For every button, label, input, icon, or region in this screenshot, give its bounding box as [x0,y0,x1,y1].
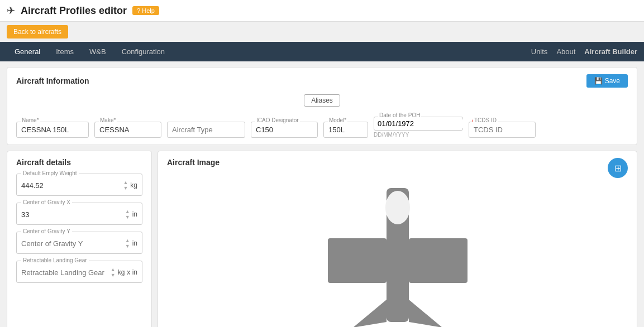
name-label: Name* [21,117,40,123]
aircraft-image-area: Aircraft Image ⊞ [167,158,628,327]
nav-right: Units About Aircraft Builder [531,47,637,56]
icao-field-group: ICAO Designator [251,122,318,138]
cgx-unit: in [132,210,137,218]
aircraft-information-card: Aircraft Information 💾 Save Aliases Name… [7,67,637,145]
save-button[interactable]: 💾 Save [586,74,628,88]
nav-aircraft-builder[interactable]: Aircraft Builder [584,47,637,56]
save-icon: 💾 [594,77,603,85]
center-gravity-y-group: Center of Gravity Y ▲▼ in [16,232,142,254]
date-poh-label: Date of the POH [378,112,421,118]
date-poh-field-group: Date of the POH 📅 DD/MM/YYYY [374,117,463,138]
model-input[interactable] [323,122,368,138]
svg-marker-4 [353,300,387,327]
nav-item-general[interactable]: General [7,42,48,61]
make-field-group: Make* [94,122,161,138]
tcds-field-group: TCDS ID [469,122,536,138]
aircraft-details-card: Aircraft details Default Empty Weight ▲▼… [7,151,152,327]
aircraft-svg-container [167,171,628,327]
center-gravity-y-label: Center of Gravity Y [21,228,72,234]
aircraft-image-title: Aircraft Image [167,158,628,167]
aircraft-type-input[interactable] [167,122,245,138]
center-gravity-x-input-area: ▲▼ in [21,209,137,220]
two-col-layout: Aircraft details Default Empty Weight ▲▼… [7,151,637,327]
svg-rect-3 [409,238,468,283]
center-gravity-y-input[interactable] [21,239,123,248]
plane-icon: ✈ [7,4,15,17]
aircraft-information-title: Aircraft Information [16,76,89,85]
tcds-input[interactable] [469,122,536,138]
name-field-group: Name* [16,122,89,138]
nav-item-wb[interactable]: W&B [82,42,114,61]
model-field-group: Model* [323,122,368,138]
center-gravity-x-label: Center of Gravity X [21,199,72,205]
nav-item-items[interactable]: Items [48,42,82,61]
model-label: Model* [328,117,347,123]
name-input[interactable] [16,122,89,138]
svg-marker-5 [409,300,442,327]
make-label: Make* [99,117,117,123]
back-to-aircrafts-button[interactable]: Back to aircrafts [7,25,68,39]
svg-rect-2 [328,238,387,283]
top-bar: ✈ Aircraft Profiles editor ? Help [0,0,644,22]
aircraft-svg [308,177,487,327]
make-input[interactable] [94,122,161,138]
icao-label: ICAO Designator [255,117,300,123]
default-empty-weight-group: Default Empty Weight ▲▼ kg [16,174,142,196]
nav-item-configuration[interactable]: Configuration [114,42,173,61]
retractable-landing-gear-label: Retractable Landing Gear [21,257,89,263]
cgy-spinner[interactable]: ▲▼ [125,238,130,249]
cgy-unit: in [132,239,137,247]
rlg-spinner[interactable]: ▲▼ [111,267,116,278]
weight-unit: kg [130,181,137,189]
aircraft-fields-row: Name* Make* ICAO Designator Model* Date … [16,111,628,138]
aircraft-image-card: Aircraft Image ⊞ [158,151,637,327]
svg-point-1 [385,191,410,224]
center-gravity-x-group: Center of Gravity X ▲▼ in [16,203,142,225]
grid-icon: ⊞ [614,163,622,174]
nav-left: General Items W&B Configuration [7,42,173,61]
default-empty-weight-input-area: ▲▼ kg [21,180,137,191]
weight-spinner[interactable]: ▲▼ [123,180,128,191]
aircraft-details-title: Aircraft details [16,158,142,167]
main-content: Aircraft Information 💾 Save Aliases Name… [0,61,644,327]
nav-bar: General Items W&B Configuration Units Ab… [0,42,644,61]
default-empty-weight-label: Default Empty Weight [21,170,79,176]
icao-input[interactable] [251,122,318,138]
help-button[interactable]: ? Help [132,6,159,15]
rlg-unit1: kg [118,268,125,276]
center-gravity-x-input[interactable] [21,210,123,219]
rlg-unit2: x in [127,268,137,276]
center-gravity-y-input-area: ▲▼ in [21,238,137,249]
nav-about[interactable]: About [556,47,575,56]
date-placeholder: DD/MM/YYYY [374,132,463,138]
retractable-landing-gear-input-area: ▲▼ kg x in [21,267,137,278]
back-button-area: Back to aircrafts [0,22,644,42]
aliases-button[interactable]: Aliases [304,94,340,107]
save-label: Save [605,77,620,85]
page-title: Aircraft Profiles editor [21,5,127,17]
tcds-label: TCDS ID [473,117,498,123]
aircraft-type-field-group [167,122,245,138]
grid-button[interactable]: ⊞ [608,158,628,178]
card-header: Aircraft Information 💾 Save [16,74,628,88]
retractable-landing-gear-group: Retractable Landing Gear ▲▼ kg x in [16,261,142,283]
nav-units[interactable]: Units [531,47,548,56]
cgx-spinner[interactable]: ▲▼ [125,209,130,220]
aliases-area: Aliases [16,94,628,107]
default-empty-weight-input[interactable] [21,181,121,190]
date-poh-input[interactable] [378,119,471,128]
retractable-landing-gear-input[interactable] [21,268,108,277]
